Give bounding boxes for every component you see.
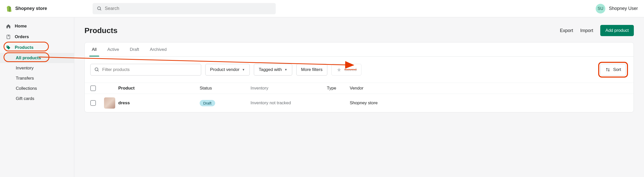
svg-line-5 <box>98 70 99 71</box>
svg-point-4 <box>95 68 98 71</box>
nav-label: All products <box>16 55 41 61</box>
export-button[interactable]: Export <box>560 28 573 33</box>
cell-inventory: Inventory not tracked <box>251 100 327 106</box>
search-icon <box>94 67 100 72</box>
svg-line-1 <box>100 9 101 10</box>
tab-draft[interactable]: Draft <box>129 43 140 56</box>
table-row[interactable]: dress Draft Inventory not tracked Shopne… <box>85 94 634 112</box>
page-title: Products <box>84 26 118 35</box>
more-filters-button[interactable]: More filters <box>296 64 327 76</box>
nav-label: Home <box>15 24 27 29</box>
status-badge: Draft <box>200 100 215 106</box>
store-name: Shopney store <box>15 6 47 11</box>
cell-product-name: dress <box>118 100 200 106</box>
nav-label: Products <box>15 45 34 50</box>
th-inventory: Inventory <box>251 86 327 91</box>
filter-products-box[interactable] <box>90 64 201 76</box>
pill-label: More filters <box>301 67 323 72</box>
pill-label: Tagged with <box>259 67 282 72</box>
tab-all[interactable]: All <box>91 43 98 56</box>
th-status: Status <box>200 86 251 91</box>
annotation-sort-highlight: Sort <box>598 62 628 78</box>
pill-label: Saved <box>344 67 357 72</box>
row-checkbox[interactable] <box>90 100 96 106</box>
user-menu[interactable]: SU Shopney User <box>596 4 638 13</box>
star-icon <box>336 67 342 72</box>
pill-label: Sort <box>613 67 621 72</box>
nav-label: Gift cards <box>16 96 34 101</box>
tagged-with-filter[interactable]: Tagged with ▼ <box>254 64 292 76</box>
pill-label: Product vendor <box>210 67 239 72</box>
shopify-logo-icon <box>6 6 12 11</box>
cell-vendor: Shopney store <box>350 100 628 106</box>
nav-transfers[interactable]: Transfers <box>0 73 74 83</box>
tab-active[interactable]: Active <box>106 43 120 56</box>
import-button[interactable]: Import <box>580 28 593 33</box>
nav-all-products[interactable]: All products <box>0 53 74 63</box>
nav-products[interactable]: Products <box>0 42 74 53</box>
tag-icon <box>6 45 11 50</box>
user-name: Shopney User <box>609 6 638 11</box>
saved-filters-button[interactable]: Saved <box>331 64 361 76</box>
caret-down-icon: ▼ <box>284 68 287 71</box>
nav-orders[interactable]: Orders <box>0 32 74 42</box>
nav-collections[interactable]: Collections <box>0 83 74 94</box>
nav-home[interactable]: Home <box>0 21 74 32</box>
orders-icon <box>6 34 11 40</box>
sort-icon <box>605 67 611 72</box>
th-type: Type <box>327 86 350 91</box>
nav-label: Inventory <box>16 66 34 71</box>
global-search[interactable] <box>93 3 276 14</box>
svg-point-0 <box>98 7 101 10</box>
th-vendor: Vendor <box>350 86 628 91</box>
caret-down-icon: ▼ <box>242 68 245 71</box>
home-icon <box>6 23 11 29</box>
add-product-button[interactable]: Add product <box>600 25 634 36</box>
nav-label: Collections <box>16 86 37 91</box>
product-vendor-filter[interactable]: Product vendor ▼ <box>205 64 250 76</box>
avatar: SU <box>596 4 605 13</box>
nav-gift-cards[interactable]: Gift cards <box>0 94 74 104</box>
svg-point-3 <box>7 46 8 47</box>
th-product: Product <box>118 86 200 91</box>
nav-label: Transfers <box>16 76 34 81</box>
sidebar: Home Orders Products All products Invent… <box>0 17 74 177</box>
product-thumbnail <box>104 97 115 109</box>
tab-archived[interactable]: Archived <box>149 43 168 56</box>
nav-label: Orders <box>15 34 29 39</box>
nav-inventory[interactable]: Inventory <box>0 63 74 73</box>
search-icon <box>97 6 102 11</box>
sort-button[interactable]: Sort <box>600 64 626 76</box>
filter-products-input[interactable] <box>102 67 197 72</box>
select-all-checkbox[interactable] <box>90 85 96 91</box>
search-input[interactable] <box>105 6 272 11</box>
